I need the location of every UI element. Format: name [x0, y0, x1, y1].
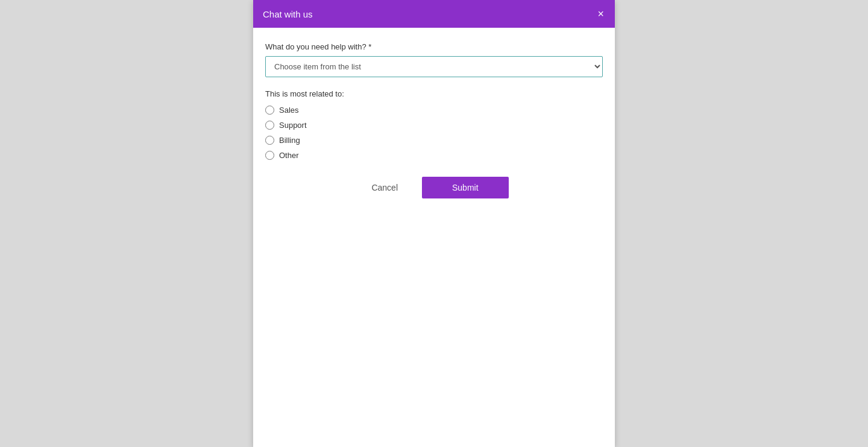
radio-other-label[interactable]: Other: [279, 151, 299, 160]
radio-group-label: This is most related to:: [265, 89, 603, 98]
radio-item-sales[interactable]: Sales: [265, 106, 603, 115]
radio-sales-label[interactable]: Sales: [279, 106, 299, 115]
modal-close-button[interactable]: ×: [596, 8, 605, 19]
form-actions: Cancel Submit: [265, 177, 603, 198]
submit-button[interactable]: Submit: [422, 177, 509, 198]
radio-other-input[interactable]: [265, 151, 274, 160]
radio-sales-input[interactable]: [265, 106, 274, 115]
radio-support-input[interactable]: [265, 121, 274, 130]
chat-modal: Chat with us × What do you need help wit…: [253, 0, 615, 447]
modal-title: Chat with us: [263, 9, 313, 19]
radio-item-other[interactable]: Other: [265, 151, 603, 160]
radio-billing-label[interactable]: Billing: [279, 136, 300, 145]
radio-group: Sales Support Billing Other: [265, 106, 603, 160]
help-topic-select[interactable]: Choose item from the list General Inquir…: [265, 56, 603, 77]
page-wrapper: Chat with us × What do you need help wit…: [0, 0, 868, 447]
radio-item-support[interactable]: Support: [265, 121, 603, 130]
radio-billing-input[interactable]: [265, 136, 274, 145]
modal-body: What do you need help with? * Choose ite…: [253, 28, 615, 213]
cancel-button[interactable]: Cancel: [359, 177, 410, 198]
radio-support-label[interactable]: Support: [279, 121, 307, 130]
dropdown-label: What do you need help with? *: [265, 42, 603, 51]
radio-item-billing[interactable]: Billing: [265, 136, 603, 145]
modal-header: Chat with us ×: [253, 0, 615, 28]
